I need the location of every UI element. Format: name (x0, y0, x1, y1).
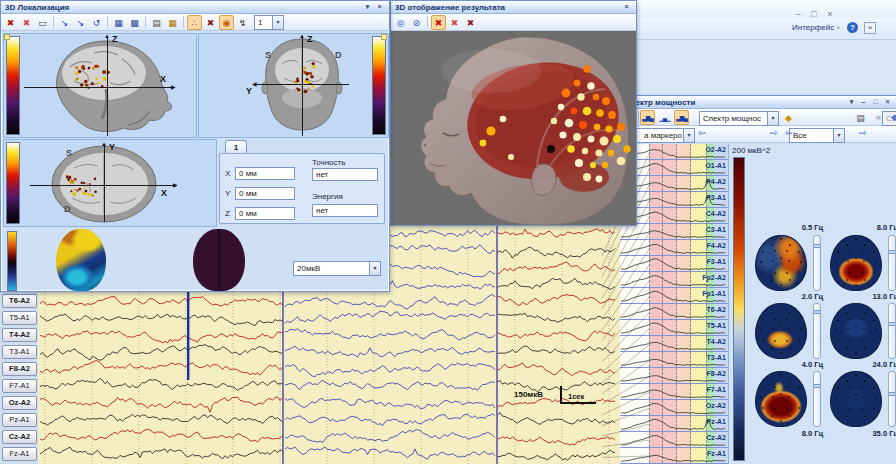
map-scale-select[interactable]: 20мкВ▾ (293, 261, 381, 276)
fit-single-dipole-icon[interactable]: ↘ (57, 15, 72, 30)
slider-thumb[interactable] (814, 384, 820, 388)
chevron-down-icon[interactable]: ▾ (369, 262, 380, 275)
close-icon[interactable]: × (882, 97, 893, 107)
delete-dipoles-3d-icon[interactable]: ✖ (463, 15, 478, 30)
fit-multiple-dipoles-icon[interactable]: ↘ (73, 15, 88, 30)
close-panel-icon[interactable]: × (864, 22, 876, 34)
clear-marked-3d-icon[interactable]: ✖ (447, 15, 462, 30)
rotate-3d-icon[interactable]: ◎ (393, 15, 408, 30)
results-table-icon[interactable]: ▦ (111, 15, 126, 30)
y-coord-field[interactable]: 0 мм (235, 187, 295, 200)
minimize-icon[interactable]: – (858, 97, 869, 107)
close-icon[interactable]: × (621, 2, 632, 12)
eeg-channel-button-cz-a2[interactable]: Cz-A2 (2, 430, 37, 444)
axis-arrow-up-icon: ▲ (299, 33, 305, 39)
interface-menu[interactable]: Интерфейс ˅ (792, 23, 840, 32)
dipole-vectors-icon[interactable]: ↯ (235, 15, 250, 30)
electrode-dot (771, 347, 773, 349)
slider-thumb[interactable] (814, 244, 820, 248)
spectrum-row-label: F8-A2 (707, 370, 726, 377)
electrode-dot (846, 279, 848, 281)
power-spectrum-titlebar[interactable]: Спектр мощности ▾ – □ × (617, 96, 896, 109)
spectrum-mode-select[interactable]: Спектр мощнос▾ (699, 111, 779, 126)
eeg-channel-button-f7-a1[interactable]: F7-A1 (2, 379, 37, 393)
chevron-down-icon[interactable]: ▾ (767, 112, 778, 125)
result-3d-titlebar[interactable]: 3D отображение результата × (391, 1, 636, 14)
orbit-3d-icon[interactable]: ⊘ (409, 15, 424, 30)
eeg-channel-button-pz-a1[interactable]: Pz-A1 (2, 413, 37, 427)
eeg-channel-button-t6-a2[interactable]: T6-A2 (2, 294, 37, 308)
dipole-coordinates-panel: X 0 мм Y 0 мм Z 0 мм Точность нет Энерги… (219, 153, 385, 224)
z-coord-field[interactable]: 0 мм (235, 207, 295, 220)
sagittal-view-panel[interactable]: ▲ Z ▶ X (3, 33, 197, 138)
slider-thumb[interactable] (814, 310, 820, 314)
eeg-channel-button-oz-a2[interactable]: Oz-A2 (2, 396, 37, 410)
spectrum-web-icon[interactable]: ✳ (871, 110, 886, 125)
eeg-channel-button-t3-a1[interactable]: T3-A1 (2, 345, 37, 359)
electrode-dot (864, 244, 866, 246)
frequency-band (663, 304, 677, 319)
fit-moving-dipole-icon[interactable]: ↺ (89, 15, 104, 30)
dipole-tab-1[interactable]: 1 (225, 140, 247, 154)
epoch-select[interactable]: Все▾ (789, 128, 845, 143)
map-threshold-slider[interactable] (813, 235, 821, 291)
slider-thumb[interactable] (889, 392, 895, 396)
electrode-dot (762, 387, 764, 389)
save-results-icon[interactable]: ▦ (165, 15, 180, 30)
eeg-channel-button-t4-a2[interactable]: T4-A2 (2, 328, 37, 342)
dipole-settings-icon[interactable]: ✖ (203, 15, 218, 30)
help-icon[interactable]: ? (847, 22, 858, 33)
axial-mri-image (26, 142, 186, 226)
next-fragment-icon[interactable]: ⇨ (859, 128, 867, 138)
map-threshold-slider[interactable] (888, 303, 896, 359)
map-threshold-slider[interactable] (888, 235, 896, 291)
result-3d-viewport[interactable] (391, 31, 636, 225)
electrode-dot (863, 328, 865, 330)
map-threshold-slider[interactable] (888, 371, 896, 427)
print-icon[interactable]: ▤ (149, 15, 164, 30)
dipole-count-select[interactable]: 1▾ (254, 15, 284, 30)
spectrum-curve-icon[interactable]: ▁▄▁ (657, 110, 672, 125)
chevron-down-icon[interactable]: ▾ (833, 129, 844, 142)
energy-field[interactable]: нет (312, 204, 378, 217)
show-dipoles-icon[interactable]: ∴ (187, 15, 202, 30)
show-dipoles-3d-icon[interactable]: ✖ (431, 15, 446, 30)
chevron-down-icon[interactable]: ▾ (272, 16, 283, 29)
spectrum-row-label: Cz-A2 (706, 434, 726, 441)
results-grid-icon[interactable]: ▩ (127, 15, 142, 30)
clear-marked-dipoles-icon[interactable]: ✖ (19, 15, 34, 30)
chevron-down-icon[interactable]: ▾ (683, 129, 694, 142)
localization-titlebar[interactable]: 3D Локализация ▾ × (1, 1, 389, 14)
eeg-channel-button-t5-a1[interactable]: T5-A1 (2, 311, 37, 325)
axis-arrow-right-icon: ▶ (173, 182, 178, 188)
eeg-channel-button-f8-a2[interactable]: F8-A2 (2, 362, 37, 376)
axial-view-panel[interactable]: ▲ Y ▶ X S D (3, 139, 217, 227)
x-coord-field[interactable]: 0 мм (235, 167, 295, 180)
map-threshold-slider[interactable] (813, 303, 821, 359)
coronal-view-panel[interactable]: ▲ Z ◀ Y S D (198, 33, 389, 138)
frequency-band (691, 224, 707, 239)
clear-dipoles-icon[interactable]: ✖ (3, 15, 18, 30)
maximize-icon[interactable]: □ (870, 97, 881, 107)
select-region-icon[interactable]: ▭ (35, 15, 50, 30)
prev-epoch-icon[interactable]: ⇦ (698, 128, 706, 138)
frequency-band (677, 432, 691, 447)
slider-thumb[interactable] (889, 322, 895, 326)
prev-fragment-icon[interactable]: ⇦ (785, 128, 793, 138)
brain-maps-icon[interactable]: ❖ (887, 110, 896, 125)
slider-thumb[interactable] (889, 250, 895, 254)
show-head-map-icon[interactable]: ◉ (219, 15, 234, 30)
electrodes-icon[interactable]: ◆ (781, 110, 796, 125)
spectrum-histogram-icon[interactable]: ▃▆▄ (640, 110, 655, 125)
next-epoch-icon[interactable]: ⇨ (770, 128, 778, 138)
collapse-icon[interactable]: ▾ (846, 97, 857, 107)
electrode-dot (837, 387, 839, 389)
collapse-icon[interactable]: ▾ (362, 2, 373, 12)
close-icon[interactable]: × (374, 2, 385, 12)
map-threshold-slider[interactable] (813, 371, 821, 427)
eeg-channel-button-fz-a1[interactable]: Fz-A1 (2, 447, 37, 461)
accuracy-field[interactable]: нет (312, 168, 378, 181)
frequency-band (663, 432, 677, 447)
spectrum-map-icon[interactable]: ▃▆▄ (674, 110, 689, 125)
print-icon[interactable]: ▤ (853, 110, 868, 125)
